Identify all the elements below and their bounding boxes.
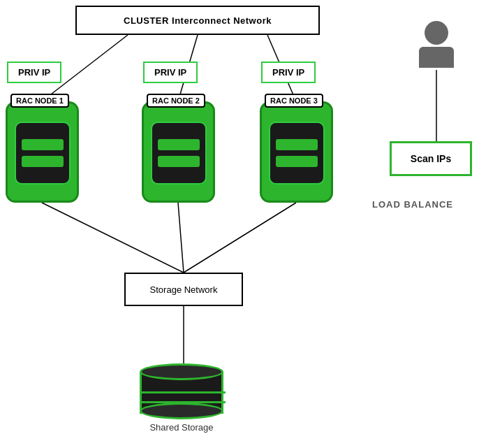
storage-network-label: Storage Network — [150, 284, 218, 295]
scan-ips-button[interactable]: Scan IPs — [390, 141, 472, 176]
user-icon — [419, 21, 454, 68]
cluster-network-label: CLUSTER Interconnect Network — [124, 15, 272, 26]
cylinder-stripe-1 — [142, 391, 226, 393]
svg-line-3 — [42, 203, 184, 273]
rac-node-1-label: RAC NODE 1 — [10, 94, 69, 108]
svg-line-5 — [184, 203, 296, 273]
cluster-network-box: CLUSTER Interconnect Network — [75, 6, 320, 35]
server-icon-2 — [151, 122, 207, 185]
user-head — [425, 21, 448, 45]
rac-node-3: RAC NODE 3 — [260, 101, 333, 203]
server-bar-2b — [158, 156, 200, 167]
priv-ip-1: PRIV IP — [7, 62, 61, 83]
shared-storage-label: Shared Storage — [149, 422, 213, 433]
rac-node-3-label: RAC NODE 3 — [265, 94, 323, 108]
rac-node-2: RAC NODE 2 — [142, 101, 215, 203]
priv-ip-2: PRIV IP — [143, 62, 198, 83]
cylinder-bottom — [140, 403, 223, 419]
server-bar-3b — [276, 156, 318, 167]
cylinder-top — [140, 363, 223, 380]
server-icon-1 — [15, 122, 71, 185]
server-bar-2a — [158, 139, 200, 150]
connector-lines — [0, 0, 479, 448]
server-icon-3 — [269, 122, 325, 185]
rac-node-2-label: RAC NODE 2 — [147, 94, 205, 108]
rac-node-1: RAC NODE 1 — [6, 101, 79, 203]
server-bar-3a — [276, 139, 318, 150]
user-body — [419, 47, 454, 68]
storage-network-box: Storage Network — [124, 273, 243, 306]
priv-ip-3: PRIV IP — [261, 62, 316, 83]
server-bar-1a — [22, 139, 64, 150]
server-bar-1b — [22, 156, 64, 167]
svg-line-4 — [178, 203, 184, 273]
load-balance-label: LOAD BALANCE — [372, 199, 453, 210]
cylinder-stripe-2 — [142, 401, 226, 403]
shared-storage: Shared Storage — [140, 363, 223, 433]
cylinder-icon — [140, 363, 223, 419]
